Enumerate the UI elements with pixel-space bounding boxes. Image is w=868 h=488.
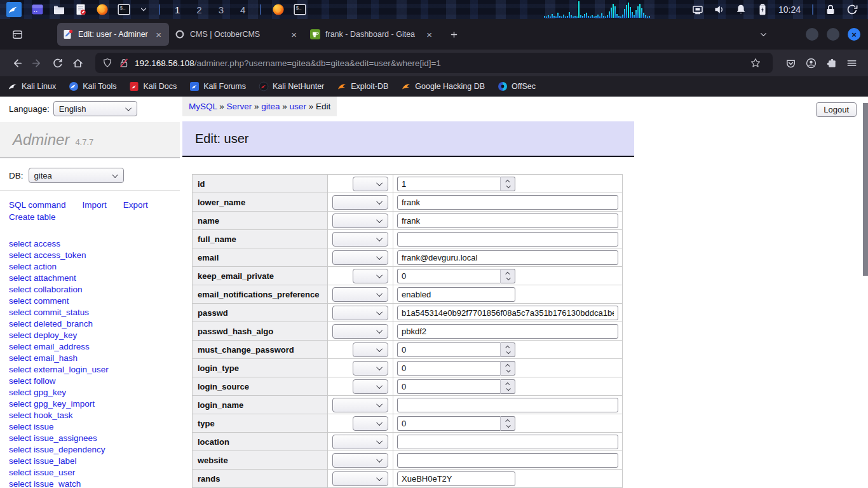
- name-input[interactable]: [397, 214, 618, 228]
- close-window-button[interactable]: ×: [848, 28, 860, 41]
- spin-up-icon[interactable]: [505, 363, 510, 368]
- list-all-tabs-icon[interactable]: [756, 27, 770, 41]
- spin-down-icon[interactable]: [506, 349, 510, 354]
- full_name-input[interactable]: [397, 232, 618, 247]
- account-icon[interactable]: [801, 53, 821, 73]
- login_type-input[interactable]: [397, 361, 500, 376]
- app-menu-icon[interactable]: [841, 53, 862, 73]
- sidebar-table-link[interactable]: select issue_watch: [9, 478, 180, 488]
- sidebar-table-link[interactable]: select gpg_key_import: [9, 398, 180, 410]
- close-tab-icon[interactable]: ×: [289, 29, 299, 40]
- insecure-lock-icon[interactable]: [118, 57, 130, 69]
- minimize-button[interactable]: [806, 28, 818, 41]
- sidebar-table-link[interactable]: select deleted_branch: [9, 318, 180, 330]
- rands-input[interactable]: [397, 471, 515, 486]
- bookmark-kali-tools[interactable]: Kali Tools: [69, 81, 116, 92]
- sidebar-table-link[interactable]: select commit_status: [9, 307, 180, 318]
- sidebar-table-link[interactable]: select attachment: [9, 273, 180, 284]
- login_source-input[interactable]: [397, 379, 500, 394]
- workspace-1[interactable]: 1: [166, 4, 188, 15]
- sidebar-action-sql-command[interactable]: SQL command: [9, 200, 66, 211]
- function-select[interactable]: [332, 306, 388, 320]
- url-bar[interactable]: 192.168.56.108/adminer.php?username=gite…: [95, 53, 773, 73]
- email_notifications_preference-input[interactable]: [397, 287, 515, 302]
- window-icon[interactable]: [31, 3, 44, 16]
- id-input[interactable]: [397, 177, 500, 191]
- bookmark-star-icon[interactable]: [750, 57, 761, 69]
- sidebar-table-link[interactable]: select comment: [9, 295, 180, 307]
- function-select[interactable]: [332, 232, 388, 247]
- function-select[interactable]: [353, 342, 388, 357]
- lower_name-input[interactable]: [397, 195, 618, 210]
- function-select[interactable]: [332, 435, 388, 449]
- bookmark-kali-nethunter[interactable]: Kali NetHunter: [259, 81, 324, 92]
- function-select[interactable]: [332, 471, 388, 486]
- browser-tab[interactable]: CMS | OctoberCMS×: [169, 23, 304, 46]
- tracking-shield-icon[interactable]: [102, 57, 113, 69]
- sidebar-table-link[interactable]: select hook_task: [9, 410, 180, 421]
- spin-down-icon[interactable]: [506, 423, 510, 428]
- number-spinner[interactable]: [500, 416, 515, 431]
- close-tab-icon[interactable]: ×: [154, 29, 163, 40]
- sidebar-table-link[interactable]: select action: [9, 261, 180, 273]
- firefox-icon[interactable]: [96, 3, 109, 16]
- volume-icon[interactable]: [713, 3, 726, 16]
- sidebar-table-link[interactable]: select email_hash: [9, 353, 180, 364]
- breadcrumb-link[interactable]: user: [290, 102, 306, 111]
- bookmark-kali-docs[interactable]: Kali Docs: [129, 81, 177, 92]
- keep_email_private-input[interactable]: [397, 269, 500, 283]
- terminal-icon[interactable]: $_: [118, 3, 130, 16]
- network-icon[interactable]: [691, 3, 704, 16]
- sidebar-action-export[interactable]: Export: [123, 200, 148, 211]
- sidebar-table-link[interactable]: select email_address: [9, 341, 180, 353]
- website-input[interactable]: [397, 453, 618, 468]
- browser-tab[interactable]: frank - Dashboard - Gitea×: [304, 23, 440, 46]
- spin-up-icon[interactable]: [505, 179, 510, 184]
- location-input[interactable]: [397, 435, 618, 449]
- sidebar-table-link[interactable]: select issue_label: [9, 456, 180, 467]
- sidebar-table-link[interactable]: select gpg_key: [9, 387, 180, 398]
- lock-icon[interactable]: [824, 3, 837, 16]
- workspace-3[interactable]: 3: [210, 4, 232, 15]
- workspace-2[interactable]: 2: [188, 4, 210, 15]
- spin-up-icon[interactable]: [505, 419, 510, 423]
- breadcrumb-link[interactable]: gitea: [261, 102, 280, 111]
- spin-up-icon[interactable]: [505, 345, 510, 349]
- function-select[interactable]: [332, 398, 388, 412]
- db-select[interactable]: gitea: [29, 168, 124, 183]
- power-icon[interactable]: [846, 3, 858, 16]
- browser-tab[interactable]: Edit: user - Adminer×: [57, 23, 169, 46]
- firefox-view-icon[interactable]: [9, 26, 25, 43]
- function-select[interactable]: [353, 416, 388, 431]
- kali-menu-icon[interactable]: [6, 2, 22, 17]
- spin-down-icon[interactable]: [506, 368, 510, 372]
- sidebar-table-link[interactable]: select collaboration: [9, 284, 180, 295]
- close-tab-icon[interactable]: ×: [424, 29, 434, 40]
- terminal-icon[interactable]: $_: [294, 3, 306, 16]
- logout-button[interactable]: Logout: [816, 102, 857, 117]
- bookmark-offsec[interactable]: OffSec: [498, 81, 536, 92]
- firefox-icon[interactable]: [272, 3, 285, 16]
- breadcrumb-link[interactable]: MySQL: [189, 102, 217, 111]
- function-select[interactable]: [353, 361, 388, 376]
- back-icon[interactable]: [6, 53, 27, 73]
- must_change_password-input[interactable]: [397, 342, 500, 357]
- function-select[interactable]: [353, 177, 388, 191]
- home-icon[interactable]: [67, 53, 88, 73]
- spin-down-icon[interactable]: [506, 386, 510, 391]
- chevron-down-icon[interactable]: [139, 5, 148, 14]
- extensions-icon[interactable]: [821, 53, 841, 73]
- workspace-4[interactable]: 4: [232, 4, 254, 15]
- sidebar-action-create-table[interactable]: Create table: [9, 212, 56, 223]
- sidebar-action-import[interactable]: Import: [83, 200, 107, 211]
- text-editor-icon[interactable]: [74, 3, 87, 16]
- spin-down-icon[interactable]: [506, 184, 510, 188]
- file-manager-icon[interactable]: [53, 3, 65, 16]
- language-select[interactable]: English: [53, 101, 137, 116]
- bookmark-google-hacking-db[interactable]: Google Hacking DB: [401, 81, 485, 92]
- pocket-icon[interactable]: [780, 53, 801, 73]
- bookmark-kali-linux[interactable]: Kali Linux: [8, 81, 56, 92]
- breadcrumb-link[interactable]: Server: [227, 102, 252, 111]
- passwd_hash_algo-input[interactable]: [397, 324, 618, 339]
- number-spinner[interactable]: [500, 269, 515, 283]
